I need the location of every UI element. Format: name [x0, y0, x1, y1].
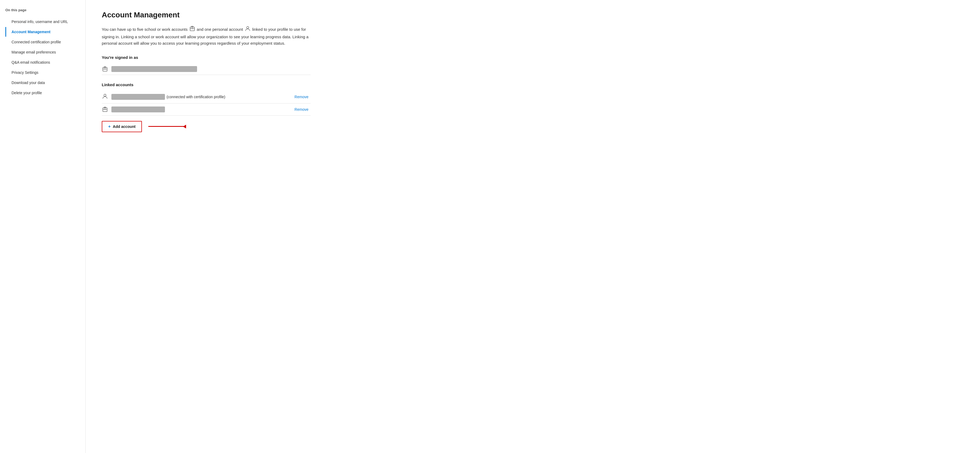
linked-account-1-email-placeholder [111, 94, 165, 100]
add-account-label: Add account [113, 124, 135, 129]
sidebar-title: On this page [5, 8, 86, 12]
linked-account-1-cert-text: (connected with certification profile) [167, 95, 225, 99]
page-title: Account Management [102, 11, 391, 19]
svg-rect-1 [191, 26, 193, 27]
signed-in-email-placeholder [111, 66, 197, 72]
sidebar-item-privacy-settings[interactable]: Privacy Settings [5, 68, 86, 77]
linked-accounts-section: Linked accounts (connected with certific… [102, 82, 391, 132]
signed-in-work-icon [102, 66, 108, 72]
add-account-button[interactable]: + Add account [102, 121, 142, 132]
work-account-icon [189, 26, 195, 34]
linked-account-1-remove-button[interactable]: Remove [293, 93, 310, 100]
sidebar-item-download-data[interactable]: Download your data [5, 78, 86, 87]
plus-icon: + [108, 124, 111, 129]
signed-in-label: You're signed in as [102, 55, 391, 60]
svg-point-4 [247, 27, 249, 29]
sidebar-item-certification-profile[interactable]: Connected certification profile [5, 37, 86, 47]
description-text: You can have up to five school or work a… [102, 26, 310, 47]
main-content: Account Management You can have up to fi… [86, 0, 407, 453]
linked-accounts-label: Linked accounts [102, 82, 391, 87]
signed-in-row [102, 63, 310, 75]
sidebar-item-delete-profile[interactable]: Delete your profile [5, 88, 86, 98]
arrow-line [148, 126, 186, 127]
linked-account-2-work-icon [102, 106, 108, 112]
sidebar: On this page Personal info, username and… [0, 0, 86, 453]
sidebar-item-personal-info[interactable]: Personal info, username and URL [5, 17, 86, 27]
sidebar-item-qa-notifications[interactable]: Q&A email notifications [5, 57, 86, 67]
sidebar-item-account-management[interactable]: Account Management [5, 27, 86, 36]
svg-point-9 [104, 94, 106, 96]
linked-account-2-email-placeholder [111, 106, 165, 112]
person-account-icon [245, 26, 250, 34]
linked-account-2-remove-button[interactable]: Remove [293, 106, 310, 112]
signed-in-section: You're signed in as [102, 55, 391, 75]
add-account-wrapper: + Add account [102, 121, 310, 132]
arrow-indicator [148, 126, 186, 127]
svg-rect-6 [104, 67, 106, 68]
linked-account-row-2: Remove [102, 103, 310, 116]
linked-account-1-person-icon [102, 93, 108, 101]
linked-account-row-1: (connected with certification profile) R… [102, 91, 310, 103]
svg-rect-11 [104, 107, 106, 108]
sidebar-item-email-preferences[interactable]: Manage email preferences [5, 48, 86, 57]
